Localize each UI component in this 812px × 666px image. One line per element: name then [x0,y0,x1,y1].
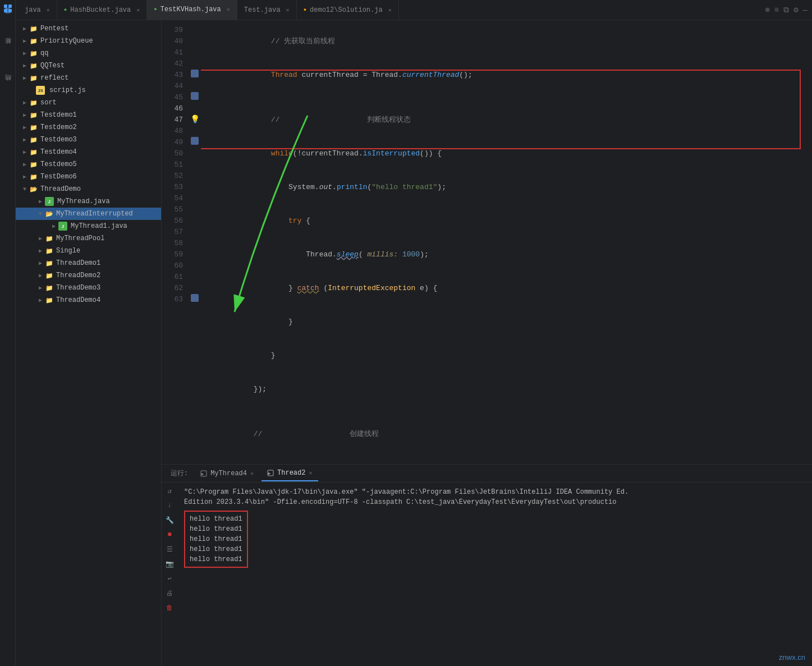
tab-testkvhash-label: TestKVHash.java [160,6,221,13]
tab-testkvhash[interactable]: ● TestKVHash.java ✕ [147,0,237,20]
tab-java-close[interactable]: ✕ [47,7,50,13]
tab-demo12-close[interactable]: ✕ [388,7,392,13]
toolbar-icons: ⊕ ≡ ⧉ ⚙ — [765,5,812,15]
tree-label-mythread: MyThread.java [57,197,110,205]
tree-item-single[interactable]: ▶ 📁 Single [16,245,161,257]
tree-item-scriptjs[interactable]: JS script.js [16,84,161,97]
tree-item-testdemo6[interactable]: ▶ 📁 TestDemo6 [16,171,161,183]
tree-item-testdemo3[interactable]: ▶ 📁 Testdemo3 [16,134,161,146]
run-label: 运行: [166,469,192,478]
tab-hashbucket[interactable]: ● HashBucket.java ✕ [57,0,147,20]
menu-icon[interactable]: ≡ [774,6,779,15]
restore-icon[interactable]: ↩ [163,572,176,585]
editor-area: 39 40 41 42 43 44 45 46 47 48 49 50 51 5… [162,20,812,666]
arrow-testdemo1: ▶ [20,112,29,118]
tree-item-reflect[interactable]: ▶ 📁 reflect [16,72,161,84]
list-icon[interactable]: ☰ [163,543,176,555]
terminal-command-2: Edition 2023.3.4\bin" -Dfile.encoding=UT… [184,497,805,507]
bottom-tab-mythread4-label: MyThread4 [210,470,247,477]
terminal-content[interactable]: "C:\Program Files\Java\jdk-17\bin\java.e… [177,483,812,666]
tab-java-label: java [25,6,41,14]
svg-text:▶: ▶ [268,471,271,476]
tree-label-sort: sort [40,99,57,107]
stop-icon[interactable]: ■ [163,529,176,541]
code-line-49: } [201,339,803,373]
add-icon[interactable]: ⊕ [765,5,769,15]
wrench-icon[interactable]: 🔧 [163,514,176,526]
code-line-40: Thread currentThread = Thread.currentThr… [201,58,803,92]
folder-reflect-icon: 📁 [29,74,38,82]
tree-item-sort[interactable]: ▶ 📁 sort [16,97,161,109]
folder-priorityqueue-icon: 📁 [29,36,38,45]
tree-item-threaddemo[interactable]: ▼ 📂 ThreadDemo [16,183,161,195]
split-icon[interactable]: ⧉ [783,6,789,15]
tree-item-testdemo5[interactable]: ▶ 📁 Testdemo5 [16,158,161,171]
folder-threaddemo2-icon: 📁 [45,271,54,280]
tree-item-qq[interactable]: ▶ 📁 qq [16,47,161,59]
camera-icon[interactable]: 📷 [163,558,176,570]
tree-item-threaddemo3[interactable]: ▶ 📁 ThreadDemo3 [16,282,161,294]
structure-icon[interactable]: 结构 [2,80,14,92]
tree-item-threaddemo4[interactable]: ▶ 📁 ThreadDemo4 [16,294,161,306]
tree-item-threaddemo2[interactable]: ▶ 📁 ThreadDemo2 [16,269,161,282]
tree-item-testdemo1[interactable]: ▶ 📁 Testdemo1 [16,109,161,121]
scroll-down-icon[interactable]: ↓ [163,499,176,512]
svg-text:▶: ▶ [201,472,204,476]
svg-rect-3 [8,9,12,12]
tree-item-qqtest[interactable]: ▶ 📁 QQTest [16,59,161,72]
terminal-icon-1: ▶ [200,470,207,477]
tree-label-priorityqueue: PriorityQueue [40,37,93,45]
tree-item-testdemo4[interactable]: ▶ 📁 Testdemo4 [16,146,161,158]
minimize-icon[interactable]: — [803,6,808,15]
arrow-pentest: ▶ [20,25,29,32]
code-line-43: while(!currentThread.isInterrupted()) { [201,137,803,171]
bottom-tab-thread2-close[interactable]: ✕ [309,470,312,476]
code-line-47: } catch (InterruptedException e) { [201,272,803,305]
tab-hashbucket-close[interactable]: ✕ [136,7,140,13]
tab-testkvhash-dot: ● [154,7,157,12]
tree-item-testdemo2[interactable]: ▶ 📁 Testdemo2 [16,121,161,134]
activity-bar: 项目 标签 结构 [0,0,16,666]
tree-item-mythread1[interactable]: ▶ J MyThread1.java [16,220,161,232]
delete-icon[interactable]: 🗑 [163,601,176,614]
content-area: ▶ 📁 Pentest ▶ 📁 PriorityQueue ▶ 📁 qq ▶ 📁… [16,20,812,666]
tree-item-mythread[interactable]: ▶ J MyThread.java [16,195,161,208]
folder-testdemo5-icon: 📁 [29,160,38,169]
code-line-45: try { [201,204,803,238]
bottom-tab-mythread4-close[interactable]: ✕ [250,470,254,477]
code-line-44: System.out.println("hello thread1"); [201,171,803,204]
bottom-tab-mythread4[interactable]: ▶ MyThread4 ✕ [195,466,259,481]
arrow-threaddemo4: ▶ [36,297,45,304]
tree-label-qqtest: QQTest [40,62,65,70]
file-mythread1-icon: J [58,222,67,231]
print-icon[interactable]: 🖨 [163,587,176,599]
gutter: 💡 [190,25,201,460]
folder-testdemo6-icon: 📁 [29,172,38,181]
watermark: znwx.cn [779,653,805,662]
folder-pentest-icon: 📁 [29,24,38,33]
tree-label-single: Single [56,247,80,255]
tab-test[interactable]: Test.java ✕ [237,0,297,20]
rerun-icon[interactable]: ↺ [163,485,176,497]
project-icon[interactable] [2,2,14,15]
tab-testkvhash-close[interactable]: ✕ [227,6,230,13]
settings-icon[interactable]: ⚙ [793,5,798,15]
tree-label-mythreadpool: MyThreadPool [56,235,104,242]
tree-item-threaddemo1[interactable]: ▶ 📁 ThreadDemo1 [16,257,161,269]
tree-item-mythreadinterrupted[interactable]: ▼ 📂 MyThreadInterrupted [16,208,161,220]
arrow-qqtest: ▶ [20,62,29,69]
tree-item-pentest[interactable]: ▶ 📁 Pentest [16,22,161,35]
tree-item-priorityqueue[interactable]: ▶ 📁 PriorityQueue [16,35,161,47]
code-content[interactable]: // 先获取当前线程 Thread currentThread = Thread… [201,25,812,460]
tree-item-mythreadpool[interactable]: ▶ 📁 MyThreadPool [16,232,161,245]
terminal-command-1: "C:\Program Files\Java\jdk-17\bin\java.e… [184,487,805,497]
tab-java[interactable]: java ✕ [18,0,57,20]
tab-test-close[interactable]: ✕ [286,7,290,13]
arrow-testdemo2: ▶ [20,124,29,131]
bottom-tab-thread2[interactable]: ▶ Thread2 ✕ [262,466,318,481]
arrow-threaddemo2: ▶ [36,272,45,279]
bookmark-icon[interactable]: 标签 [2,43,14,55]
arrow-mythreadpool: ▶ [36,235,45,242]
lamp-icon-47[interactable]: 💡 [190,114,200,124]
tab-demo12[interactable]: ● demo12\Solution.ja ✕ [297,0,399,20]
